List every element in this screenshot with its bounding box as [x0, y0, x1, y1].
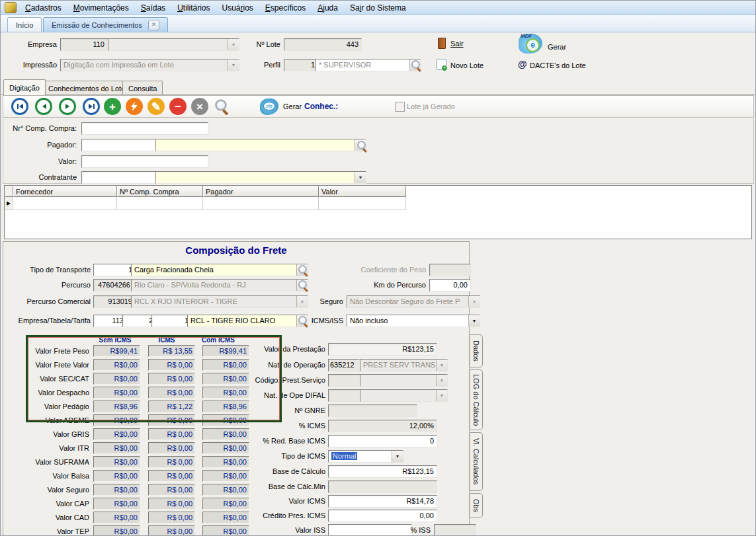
percurso-comercial-label: Percurso Comercial	[1, 295, 91, 308]
sidetab-obs[interactable]: Obs	[470, 493, 483, 518]
icms-iss-label: ICMS/ISS	[285, 315, 343, 327]
credito-pres-icms-label: Crédito Pres. ICMS	[219, 510, 325, 522]
novo-lote-button[interactable]: Novo Lote	[450, 59, 483, 72]
valor-icms-field[interactable]: R$14,78	[328, 495, 437, 508]
contratante-combo[interactable]: ▼	[155, 171, 366, 184]
col-icms-header: ICMS	[145, 336, 189, 344]
valor-sem-icms-field: R$0,00	[93, 512, 140, 523]
menu-item-utilitarios[interactable]: Utilitários	[171, 2, 216, 14]
valor-icms-col-field: R$ 0,00	[148, 387, 195, 399]
empresa-code-field: 110	[60, 38, 112, 51]
valor-sem-icms-field: R$0,00	[93, 359, 140, 371]
nat-ope-difal-arrow-icon: ▼	[436, 390, 447, 401]
gerar-cte-button[interactable]: Gerar	[283, 102, 302, 110]
prev-record-icon[interactable]	[35, 98, 52, 115]
frete-value-label: Valor CAP	[4, 500, 89, 508]
sidetab-dados[interactable]: Dados	[470, 334, 483, 367]
perfil-name-value: * SUPERVISOR	[319, 61, 371, 69]
empresa-name-combo: ▼	[108, 38, 239, 51]
perfil-combo[interactable]: * SUPERVISOR ▼	[315, 59, 421, 71]
search-record-icon[interactable]	[214, 98, 230, 114]
valor-sem-icms-field: R$0,00	[93, 442, 140, 454]
red-base-icms-label: % Red. Base ICMS	[219, 435, 325, 447]
lote-label: Nº Lote	[255, 38, 280, 51]
base-calculo-field[interactable]: R$123,15	[328, 465, 437, 478]
subtab-consulta[interactable]: Consulta	[122, 81, 163, 95]
pagador-label: Pagador:	[1, 139, 77, 151]
app-icon	[5, 2, 17, 13]
first-record-icon[interactable]	[11, 98, 28, 115]
mdfe-icon-e: e	[526, 38, 540, 52]
menu-item-ajuda[interactable]: Ajuda	[312, 2, 344, 14]
valor-sem-icms-field: R$0,00	[93, 484, 140, 496]
edit-record-icon[interactable]: ✎	[147, 98, 165, 115]
valor-sem-icms-field: R$99,41	[93, 345, 140, 357]
icms-iss-combo[interactable]: Não incluso ▼	[347, 315, 480, 327]
post-record-icon[interactable]	[126, 98, 143, 115]
cancel-record-icon[interactable]: ×	[191, 98, 208, 115]
sair-button[interactable]: Sair	[450, 38, 464, 50]
delete-record-icon[interactable]: −	[169, 98, 187, 115]
valor-sem-icms-field: R$0,00	[93, 456, 140, 468]
menu-item-especificos[interactable]: Específicos	[259, 2, 312, 14]
menu-item-sair-do-sistema[interactable]: Sair do Sistema	[344, 2, 412, 14]
last-record-icon[interactable]	[83, 98, 100, 115]
tipo-icms-combo[interactable]: Normal ▼	[328, 450, 403, 463]
empresa-combo-arrow-icon: ▼	[228, 39, 239, 50]
frete-value-label: Valor ITR	[4, 444, 89, 452]
tarifa-numero-field[interactable]: 1	[151, 315, 192, 327]
valor-sem-icms-field: R$0,00	[93, 470, 140, 482]
menu-bar: CadastrosMovimentaçõesSaídasUtilitáriosU…	[1, 1, 755, 15]
lot-table-cell[interactable]	[203, 197, 319, 210]
tarifa-value: RCL - TIGRE RIO CLARO	[190, 317, 275, 325]
menu-item-saidas[interactable]: Saídas	[135, 2, 171, 14]
subtab-conhecimentos-do-lote[interactable]: Conhecimentos do Lote	[42, 81, 131, 95]
valor-sem-icms-field: R$0,00	[93, 414, 140, 426]
subtab-digitacao[interactable]: Digitação	[3, 79, 46, 95]
nat-ope-difal-field	[328, 389, 362, 402]
valor-icms-col-field: R$ 0,00	[148, 414, 195, 426]
pagador-search-icon[interactable]	[357, 140, 368, 152]
conhec-label: Conhec.:	[304, 102, 338, 111]
lot-table-cell[interactable]	[117, 197, 203, 210]
tab-inicio-label: Início	[16, 21, 33, 29]
valor-sem-icms-field: R$0,00	[93, 373, 140, 385]
gerar-mdfe-button[interactable]: Gerar	[548, 41, 566, 54]
tipo-transporte-combo[interactable]: Carga Fracionada Cheia ▼	[131, 264, 308, 276]
frete-value-label: Valor GRIS	[4, 430, 89, 438]
row-indicator-header	[5, 186, 13, 197]
red-base-icms-field[interactable]: 0	[328, 435, 437, 447]
contratante-code-input[interactable]	[81, 171, 159, 184]
lot-table-cell[interactable]	[319, 197, 406, 210]
pagador-code-input[interactable]	[81, 139, 159, 151]
km-percurso-field[interactable]: 0,00	[429, 279, 471, 291]
menu-item-cadastros[interactable]: Cadastros	[19, 2, 67, 14]
tipo-transporte-code-field[interactable]: 1	[93, 264, 136, 276]
menu-item-usuarios[interactable]: Usuários	[216, 2, 259, 14]
percurso-search-icon[interactable]	[298, 280, 310, 291]
credito-pres-icms-field[interactable]: 0,00	[328, 510, 437, 522]
document-tabstrip: Início Emissão de Conhecimentos ✕	[1, 15, 755, 32]
comp-compra-input[interactable]	[81, 122, 208, 135]
percurso-combo: Rio Claro - SP/Volta Redonda - RJ ▼	[131, 279, 308, 291]
impressao-combo-arrow-icon: ▼	[228, 59, 239, 71]
sidetab-vl-calculados[interactable]: Vl. Calculados	[470, 432, 483, 491]
menu-items: CadastrosMovimentaçõesSaídasUtilitáriosU…	[19, 2, 412, 14]
perc-iss-label: % ISS	[398, 524, 431, 536]
lot-table-cell[interactable]	[13, 197, 117, 210]
empresa-tabela-tarifa-label: Empresa/Tabela/Tarifa	[1, 315, 91, 327]
percurso-comercial-value: RCL X RJO INTERIOR - TIGRE	[134, 297, 237, 305]
sidetab-log-do-calculo[interactable]: LOG do Cálculo	[470, 369, 483, 430]
menu-item-movimentacoes[interactable]: Movimentações	[67, 2, 135, 14]
tab-inicio[interactable]: Início	[7, 17, 42, 32]
perfil-search-icon[interactable]	[411, 59, 423, 71]
insert-record-icon[interactable]: +	[104, 98, 121, 115]
tab-emissao-conhecimentos[interactable]: Emissão de Conhecimentos ✕	[43, 17, 168, 32]
tab-emissao-label: Emissão de Conhecimentos	[52, 21, 142, 29]
next-record-icon[interactable]	[59, 98, 76, 115]
close-tab-icon[interactable]: ✕	[148, 20, 159, 30]
pagador-combo[interactable]: ▼	[155, 139, 366, 151]
tipo-transporte-search-icon[interactable]	[298, 264, 310, 276]
valor-input[interactable]	[81, 155, 208, 168]
dacte-lote-button[interactable]: DACTE's do Lote	[530, 59, 586, 72]
